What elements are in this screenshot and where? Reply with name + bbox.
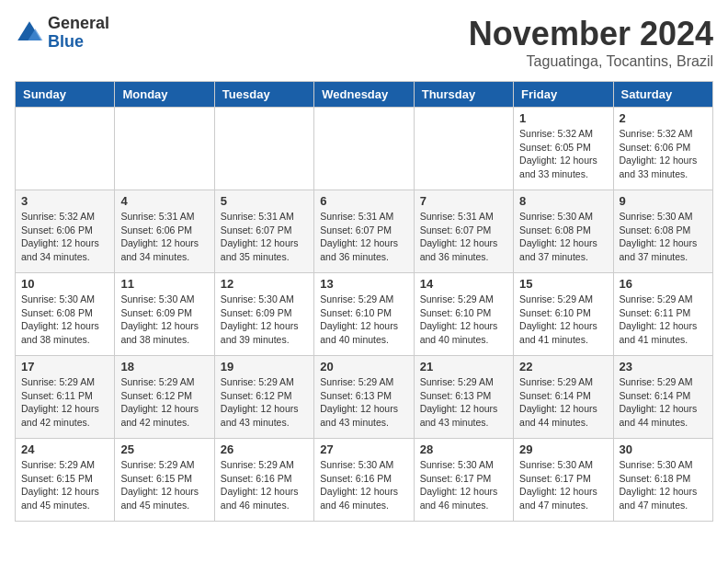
calendar-cell: 14Sunrise: 5:29 AM Sunset: 6:10 PM Dayli…	[414, 273, 513, 356]
day-info: Sunrise: 5:29 AM Sunset: 6:14 PM Dayligh…	[519, 375, 607, 430]
calendar-cell: 23Sunrise: 5:29 AM Sunset: 6:14 PM Dayli…	[613, 356, 712, 439]
day-number: 3	[21, 194, 108, 208]
day-info: Sunrise: 5:32 AM Sunset: 6:06 PM Dayligh…	[21, 210, 108, 264]
day-info: Sunrise: 5:29 AM Sunset: 6:15 PM Dayligh…	[120, 458, 208, 512]
logo-text: General Blue	[48, 15, 109, 52]
logo-blue: Blue	[48, 33, 109, 52]
day-info: Sunrise: 5:31 AM Sunset: 6:07 PM Dayligh…	[320, 210, 407, 264]
day-number: 27	[320, 442, 407, 456]
day-info: Sunrise: 5:29 AM Sunset: 6:13 PM Dayligh…	[420, 375, 507, 430]
day-number: 15	[519, 277, 607, 291]
calendar-cell: 27Sunrise: 5:30 AM Sunset: 6:16 PM Dayli…	[314, 439, 414, 522]
day-info: Sunrise: 5:31 AM Sunset: 6:07 PM Dayligh…	[221, 210, 308, 264]
day-number: 19	[221, 360, 308, 373]
calendar-cell: 22Sunrise: 5:29 AM Sunset: 6:14 PM Dayli…	[514, 356, 613, 439]
day-info: Sunrise: 5:29 AM Sunset: 6:15 PM Dayligh…	[21, 458, 108, 512]
day-number: 12	[221, 277, 308, 291]
day-number: 13	[320, 277, 407, 291]
week-row-1: 1Sunrise: 5:32 AM Sunset: 6:05 PM Daylig…	[16, 108, 713, 190]
calendar-cell: 28Sunrise: 5:30 AM Sunset: 6:17 PM Dayli…	[414, 439, 513, 522]
day-info: Sunrise: 5:30 AM Sunset: 6:18 PM Dayligh…	[620, 458, 707, 512]
calendar-cell: 2Sunrise: 5:32 AM Sunset: 6:06 PM Daylig…	[613, 108, 712, 190]
weekday-header-saturday: Saturday	[613, 82, 712, 108]
day-info: Sunrise: 5:29 AM Sunset: 6:12 PM Dayligh…	[120, 375, 208, 430]
month-title: November 2024	[469, 15, 713, 53]
calendar-cell: 25Sunrise: 5:29 AM Sunset: 6:15 PM Dayli…	[115, 439, 214, 522]
day-number: 4	[120, 194, 208, 208]
day-number: 24	[21, 442, 108, 456]
day-number: 23	[620, 360, 707, 373]
calendar-cell: 3Sunrise: 5:32 AM Sunset: 6:06 PM Daylig…	[16, 190, 115, 273]
day-number: 26	[221, 442, 308, 456]
location-title: Taguatinga, Tocantins, Brazil	[469, 53, 713, 70]
day-info: Sunrise: 5:30 AM Sunset: 6:17 PM Dayligh…	[420, 458, 507, 512]
day-number: 29	[519, 442, 607, 456]
logo: General Blue	[15, 15, 109, 52]
day-number: 8	[519, 194, 607, 208]
calendar-cell: 10Sunrise: 5:30 AM Sunset: 6:08 PM Dayli…	[16, 273, 115, 356]
calendar-cell: 19Sunrise: 5:29 AM Sunset: 6:12 PM Dayli…	[214, 356, 313, 439]
day-info: Sunrise: 5:30 AM Sunset: 6:08 PM Dayligh…	[21, 293, 108, 347]
weekday-header-row: SundayMondayTuesdayWednesdayThursdayFrid…	[16, 82, 713, 108]
calendar-cell: 18Sunrise: 5:29 AM Sunset: 6:12 PM Dayli…	[115, 356, 214, 439]
day-number: 16	[620, 277, 707, 291]
day-number: 22	[519, 360, 607, 373]
calendar-cell: 26Sunrise: 5:29 AM Sunset: 6:16 PM Dayli…	[214, 439, 313, 522]
day-number: 6	[320, 194, 407, 208]
day-info: Sunrise: 5:32 AM Sunset: 6:05 PM Dayligh…	[519, 127, 607, 181]
day-info: Sunrise: 5:30 AM Sunset: 6:16 PM Dayligh…	[320, 458, 407, 512]
day-number: 20	[320, 360, 407, 373]
day-info: Sunrise: 5:30 AM Sunset: 6:09 PM Dayligh…	[221, 293, 308, 347]
calendar-cell	[115, 108, 214, 190]
day-number: 18	[120, 360, 208, 373]
calendar-cell	[414, 108, 513, 190]
calendar-cell	[16, 108, 115, 190]
calendar-cell	[214, 108, 313, 190]
day-info: Sunrise: 5:29 AM Sunset: 6:10 PM Dayligh…	[320, 293, 407, 347]
weekday-header-tuesday: Tuesday	[214, 82, 313, 108]
calendar-cell: 30Sunrise: 5:30 AM Sunset: 6:18 PM Dayli…	[613, 439, 712, 522]
day-number: 25	[120, 442, 208, 456]
calendar-cell: 12Sunrise: 5:30 AM Sunset: 6:09 PM Dayli…	[214, 273, 313, 356]
day-info: Sunrise: 5:29 AM Sunset: 6:14 PM Dayligh…	[620, 375, 707, 430]
day-number: 21	[420, 360, 507, 373]
calendar-cell: 20Sunrise: 5:29 AM Sunset: 6:13 PM Dayli…	[314, 356, 414, 439]
day-number: 10	[21, 277, 108, 291]
day-number: 2	[620, 111, 707, 125]
week-row-5: 24Sunrise: 5:29 AM Sunset: 6:15 PM Dayli…	[16, 439, 713, 522]
calendar-table: SundayMondayTuesdayWednesdayThursdayFrid…	[15, 81, 713, 522]
calendar-cell: 15Sunrise: 5:29 AM Sunset: 6:10 PM Dayli…	[514, 273, 613, 356]
day-number: 30	[620, 442, 707, 456]
logo-icon	[15, 18, 44, 48]
day-number: 1	[519, 111, 607, 125]
weekday-header-friday: Friday	[514, 82, 613, 108]
title-section: November 2024 Taguatinga, Tocantins, Bra…	[469, 15, 713, 70]
calendar-cell: 9Sunrise: 5:30 AM Sunset: 6:08 PM Daylig…	[613, 190, 712, 273]
calendar-cell: 16Sunrise: 5:29 AM Sunset: 6:11 PM Dayli…	[613, 273, 712, 356]
calendar-cell: 11Sunrise: 5:30 AM Sunset: 6:09 PM Dayli…	[115, 273, 214, 356]
day-info: Sunrise: 5:29 AM Sunset: 6:16 PM Dayligh…	[221, 458, 308, 512]
day-info: Sunrise: 5:31 AM Sunset: 6:07 PM Dayligh…	[420, 210, 507, 264]
calendar-cell	[314, 108, 414, 190]
calendar-cell: 7Sunrise: 5:31 AM Sunset: 6:07 PM Daylig…	[414, 190, 513, 273]
day-number: 28	[420, 442, 507, 456]
calendar-cell: 29Sunrise: 5:30 AM Sunset: 6:17 PM Dayli…	[514, 439, 613, 522]
day-info: Sunrise: 5:29 AM Sunset: 6:10 PM Dayligh…	[420, 293, 507, 347]
day-info: Sunrise: 5:29 AM Sunset: 6:12 PM Dayligh…	[221, 375, 308, 430]
calendar-cell: 17Sunrise: 5:29 AM Sunset: 6:11 PM Dayli…	[16, 356, 115, 439]
calendar-cell: 21Sunrise: 5:29 AM Sunset: 6:13 PM Dayli…	[414, 356, 513, 439]
week-row-3: 10Sunrise: 5:30 AM Sunset: 6:08 PM Dayli…	[16, 273, 713, 356]
week-row-4: 17Sunrise: 5:29 AM Sunset: 6:11 PM Dayli…	[16, 356, 713, 439]
weekday-header-wednesday: Wednesday	[314, 82, 414, 108]
logo-general: General	[48, 15, 109, 33]
day-number: 17	[21, 360, 108, 373]
weekday-header-thursday: Thursday	[414, 82, 513, 108]
day-info: Sunrise: 5:29 AM Sunset: 6:10 PM Dayligh…	[519, 293, 607, 347]
day-info: Sunrise: 5:30 AM Sunset: 6:08 PM Dayligh…	[519, 210, 607, 264]
weekday-header-sunday: Sunday	[16, 82, 115, 108]
day-info: Sunrise: 5:32 AM Sunset: 6:06 PM Dayligh…	[620, 127, 707, 181]
day-number: 9	[620, 194, 707, 208]
day-number: 5	[221, 194, 308, 208]
day-info: Sunrise: 5:30 AM Sunset: 6:09 PM Dayligh…	[120, 293, 208, 347]
day-info: Sunrise: 5:30 AM Sunset: 6:08 PM Dayligh…	[620, 210, 707, 264]
